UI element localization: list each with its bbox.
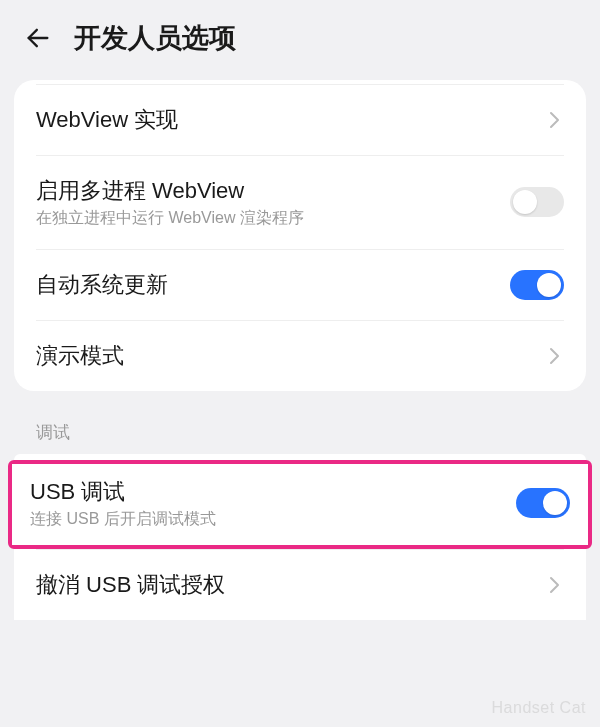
row-label: 演示模式 xyxy=(36,341,534,371)
toggle-usb-debug[interactable] xyxy=(516,488,570,518)
chevron-right-icon xyxy=(546,111,564,129)
row-label: 启用多进程 WebView xyxy=(36,176,498,206)
row-revoke-usb-auth[interactable]: 撤消 USB 调试授权 xyxy=(14,550,586,620)
row-sub: 在独立进程中运行 WebView 渲染程序 xyxy=(36,208,498,229)
row-label: 撤消 USB 调试授权 xyxy=(36,570,534,600)
watermark: Handset Cat xyxy=(492,699,586,717)
page-title: 开发人员选项 xyxy=(74,20,236,56)
row-sub: 连接 USB 后开启调试模式 xyxy=(30,509,504,530)
row-demo-mode[interactable]: 演示模式 xyxy=(14,321,586,391)
row-multi-process-webview[interactable]: 启用多进程 WebView 在独立进程中运行 WebView 渲染程序 xyxy=(14,156,586,249)
row-label: WebView 实现 xyxy=(36,105,534,135)
chevron-right-icon xyxy=(546,576,564,594)
toggle-multi-process-webview[interactable] xyxy=(510,187,564,217)
toggle-auto-system-update[interactable] xyxy=(510,270,564,300)
row-label: 自动系统更新 xyxy=(36,270,498,300)
highlight-usb-debug: USB 调试 连接 USB 后开启调试模式 xyxy=(8,460,592,549)
row-webview-implementation[interactable]: WebView 实现 xyxy=(14,85,586,155)
row-auto-system-update[interactable]: 自动系统更新 xyxy=(14,250,586,320)
settings-card-1: WebView 实现 启用多进程 WebView 在独立进程中运行 WebVie… xyxy=(14,80,586,391)
row-label: USB 调试 xyxy=(30,477,504,507)
section-header-debug: 调试 xyxy=(0,391,600,454)
row-usb-debug[interactable]: USB 调试 连接 USB 后开启调试模式 xyxy=(12,464,588,545)
back-icon[interactable] xyxy=(24,24,52,52)
chevron-right-icon xyxy=(546,347,564,365)
